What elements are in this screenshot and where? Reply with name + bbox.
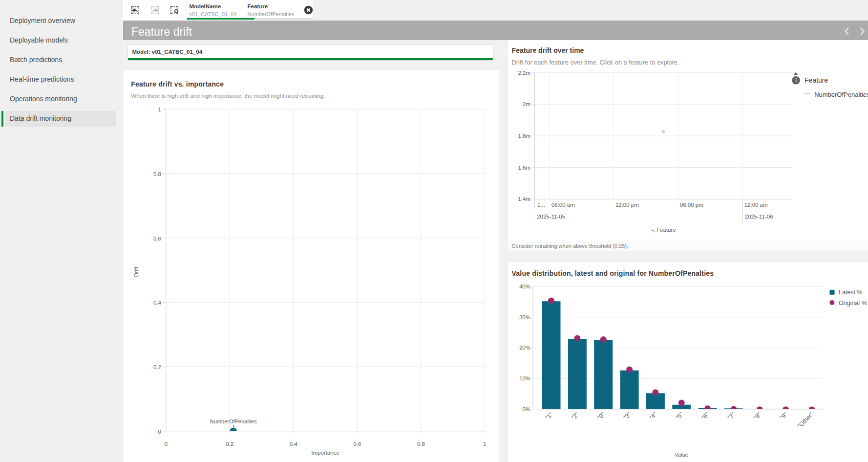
svg-text:0.2: 0.2 <box>153 364 161 370</box>
svg-text:Importance: Importance <box>311 450 339 456</box>
svg-text:"9": "9" <box>779 411 789 421</box>
svg-text:30%: 30% <box>519 314 530 320</box>
svg-text:"4": "4" <box>648 411 658 421</box>
svg-text:0: 0 <box>158 429 161 435</box>
svg-text:1: 1 <box>483 441 486 447</box>
svg-text:Feature: Feature <box>804 76 828 84</box>
svg-text:Value: Value <box>675 452 689 458</box>
svg-text:1...: 1... <box>537 202 545 208</box>
svg-text:"5": "5" <box>674 411 684 421</box>
svg-text:0.8: 0.8 <box>417 441 425 447</box>
svg-text:2m: 2m <box>523 102 530 108</box>
svg-text:0.4: 0.4 <box>153 300 162 306</box>
svg-text:10%: 10% <box>519 375 530 381</box>
svg-text:0%: 0% <box>522 406 530 412</box>
svg-text:NumberOfPenalties: NumberOfPenalties <box>814 91 868 98</box>
svg-text:"8": "8" <box>752 411 762 421</box>
svg-text:0.8: 0.8 <box>153 171 161 177</box>
svg-text:2025-11-05: 2025-11-05 <box>537 214 565 220</box>
svg-text:"7": "7" <box>726 411 737 421</box>
svg-text:1.6m: 1.6m <box>518 165 530 171</box>
svg-text:0.6: 0.6 <box>153 236 161 242</box>
svg-text:2025-11-06: 2025-11-06 <box>744 214 773 220</box>
svg-text:"2": "2" <box>570 411 580 421</box>
svg-text:1.8m: 1.8m <box>518 133 530 139</box>
svg-text:"1": "1" <box>544 411 554 421</box>
svg-text:NumberOfPenalties: NumberOfPenalties <box>210 418 257 424</box>
svg-text:Latest %: Latest % <box>839 289 863 296</box>
svg-text:"3": "3" <box>622 411 632 421</box>
svg-text:Drift: Drift <box>133 266 139 277</box>
svg-text:-, Feature: -, Feature <box>652 227 676 233</box>
svg-text:1.4m: 1.4m <box>518 197 530 202</box>
svg-text:0.4: 0.4 <box>289 441 297 447</box>
svg-text:40%: 40% <box>519 284 530 289</box>
svg-text:"Other": "Other" <box>796 411 815 429</box>
svg-text:0: 0 <box>164 441 167 447</box>
svg-text:"6": "6" <box>700 411 710 421</box>
svg-text:1: 1 <box>158 107 161 112</box>
svg-text:0.2: 0.2 <box>226 441 233 447</box>
svg-text:Original %: Original % <box>839 300 867 307</box>
svg-text:12:00 am: 12:00 am <box>744 202 767 208</box>
svg-text:2.2m: 2.2m <box>518 70 530 76</box>
svg-text:"0": "0" <box>596 411 606 421</box>
svg-text:20%: 20% <box>519 345 530 351</box>
svg-text:1: 1 <box>794 78 797 83</box>
svg-text:0.6: 0.6 <box>353 441 361 447</box>
svg-text:06:00 pm: 06:00 pm <box>680 202 703 208</box>
svg-text:12:00 pm: 12:00 pm <box>615 202 639 208</box>
svg-text:06:00 am: 06:00 am <box>551 202 575 208</box>
